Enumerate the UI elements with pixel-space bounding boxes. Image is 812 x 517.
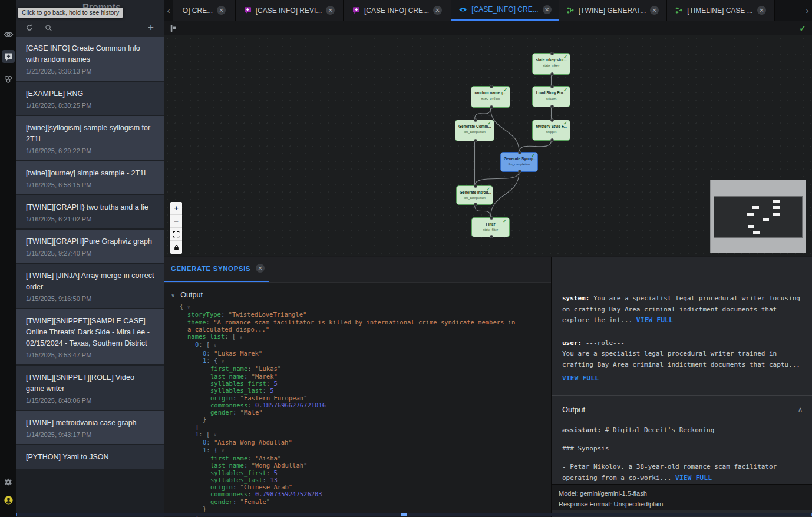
prompt-list-item[interactable]: [TWINE][SNIPPET][SAMPLE CASE] Online Thr…: [16, 309, 164, 364]
refresh-icon[interactable]: [25, 23, 34, 32]
zoom-out-button[interactable]: −: [170, 215, 182, 228]
prompt-list-item[interactable]: [EXAMPLE] RNG1/16/2025, 8:30:25 PM: [16, 82, 164, 115]
workflow-canvas[interactable]: state mkey stor...state_mkey✓random name…: [164, 35, 812, 256]
minimap-node: [752, 206, 759, 209]
node-generate_common[interactable]: Generate Comm...llm_completion✓: [455, 120, 494, 141]
tabs-scroll-left-icon[interactable]: ‹: [164, 0, 173, 21]
tab-label: O] CRE...: [183, 6, 213, 15]
json-token: commonness: [210, 491, 247, 498]
prompt-title: [CASE INFO] Create Common Info with rand…: [26, 43, 154, 65]
node-mystery_style[interactable]: Mystery Style F...snippet✓: [532, 120, 570, 141]
tab--timeline-case-[interactable]: [TIMELINE] CASE ...✕: [667, 0, 775, 21]
node-state_mkey[interactable]: state mkey stor...state_mkey✓: [532, 53, 570, 75]
tab--case-info-cre-[interactable]: [CASE_INFO] CRE...✕: [451, 0, 559, 21]
json-token: gender: [210, 409, 233, 416]
node-generate_synopsis[interactable]: Generate Synop...llm_completion✓: [500, 152, 538, 172]
node-subtitle: llm_completion: [455, 130, 494, 134]
add-prompt-button[interactable]: +: [146, 23, 156, 32]
json-token: syllables_last: [210, 476, 263, 483]
prompt-title: [EXAMPLE] RNG: [26, 88, 154, 100]
tab-close-icon[interactable]: ✕: [433, 6, 442, 15]
json-token: origin: [210, 395, 233, 402]
node-success-check-icon: ✓: [487, 121, 491, 126]
prompt-list-item[interactable]: [twine][journey] simple sample - 2T1L1/1…: [16, 161, 164, 194]
prompt-list-item[interactable]: [TWINE][GRAPH} two truths and a lie1/16/…: [16, 195, 164, 228]
json-token: :: [263, 387, 270, 394]
tab-close-icon[interactable]: ✕: [543, 5, 552, 14]
collapse-chevron-icon[interactable]: ∨: [187, 304, 190, 310]
prompt-list-item[interactable]: [twine][syllogism] sample syllogism for …: [16, 116, 164, 160]
prompt-list-item[interactable]: [TWINE] metroidvania case graph1/14/2025…: [16, 411, 164, 444]
prompt-timestamp: 1/15/2025, 8:53:47 PM: [26, 352, 154, 359]
collapse-chevron-icon[interactable]: ∨: [222, 448, 225, 453]
collapse-chevron-icon[interactable]: ∨: [214, 432, 217, 438]
close-icon[interactable]: ✕: [256, 264, 265, 273]
prompt-list-item[interactable]: [PYTHON] Yaml to JSON: [16, 445, 164, 469]
settings-gear-icon[interactable]: [2, 476, 15, 489]
prompt-list-item[interactable]: [TWINE] [JINJA] Array merge in correct o…: [16, 264, 164, 308]
json-token: 5: [273, 380, 277, 387]
search-icon[interactable]: [44, 23, 53, 32]
user-message: user: ---role---You are a specialist leg…: [562, 338, 803, 385]
fit-view-button[interactable]: [170, 228, 182, 241]
prompt-list-item[interactable]: [CASE INFO] Create Common Info with rand…: [16, 37, 164, 81]
view-full-link[interactable]: VIEW FULL: [636, 316, 673, 324]
tab-close-icon[interactable]: ✕: [650, 6, 659, 15]
prompt-timestamp: 1/16/2025, 6:21:02 PM: [26, 216, 154, 223]
zoom-in-button[interactable]: +: [170, 202, 182, 215]
prompt-list-item[interactable]: [TWINE][GRAPH]Pure Graphviz graph1/15/20…: [16, 230, 164, 263]
json-token: :: [266, 469, 274, 476]
view-full-link[interactable]: VIEW FULL: [675, 474, 712, 482]
json-line: 1: { ∨: [164, 357, 517, 365]
json-token: ]: [195, 423, 199, 430]
layout-icon[interactable]: [170, 24, 178, 32]
tab--case-info-revi-[interactable]: [CASE INFO] REVI...✕: [236, 0, 344, 21]
output-section-label: Output: [180, 291, 203, 299]
view-full-link[interactable]: VIEW FULL: [562, 373, 599, 385]
workflow-icon[interactable]: [2, 73, 15, 86]
collapse-chevron-icon[interactable]: ∨: [222, 359, 225, 364]
node-success-check-icon: ✓: [531, 153, 535, 158]
tab-o-cre-[interactable]: O] CRE...✕: [173, 0, 236, 21]
json-line: 0: "Lukas Marek": [164, 350, 517, 357]
tab-close-icon[interactable]: ✕: [217, 6, 226, 15]
chevron-down-icon: ∨: [171, 292, 175, 299]
tab--case-info-cre-[interactable]: [CASE INFO] CRE...✕: [344, 0, 451, 21]
node-random_name[interactable]: random name g...exec_python✓: [471, 86, 510, 108]
horizontal-scrollbar[interactable]: [16, 513, 812, 516]
minimap[interactable]: [710, 180, 806, 253]
eye-icon[interactable]: [2, 28, 15, 41]
prompt-timestamp: 1/21/2025, 3:36:13 PM: [26, 68, 154, 75]
json-token: :: [247, 402, 255, 409]
node-load_story[interactable]: Load Story For...snippet✓: [532, 86, 570, 107]
json-token: syllables_first: [210, 469, 266, 476]
scrollbar-handle[interactable]: [401, 513, 407, 516]
tabs-scroll-right-icon[interactable]: ›: [803, 0, 812, 21]
canvas-controls: + −: [170, 202, 182, 254]
collapse-chevron-icon[interactable]: ∨: [240, 334, 243, 340]
right-output-label: Output: [562, 405, 585, 414]
json-token: commonness: [210, 402, 247, 409]
user-avatar-icon[interactable]: [2, 493, 15, 506]
tab--twine-generat-[interactable]: [TWINE] GENERAT...✕: [559, 0, 667, 21]
output-section-header[interactable]: ∨ Output: [164, 283, 551, 303]
tab-close-icon[interactable]: ✕: [757, 6, 766, 15]
output-panel-tab[interactable]: GENERATE SYNOPSIS ✕: [171, 264, 265, 273]
json-token: :: [233, 395, 240, 402]
lock-button[interactable]: [170, 241, 182, 254]
prompt-list-item[interactable]: [TWINE][SNIPPET][ROLE] Video game writer…: [16, 366, 164, 410]
node-generate_intro[interactable]: Generate Introd...llm_completion✓: [456, 185, 493, 205]
prompt-timestamp: 1/15/2025, 9:27:40 PM: [26, 250, 154, 257]
json-token: :: [244, 462, 252, 469]
right-output-header[interactable]: Output ∧: [552, 396, 812, 414]
node-filter[interactable]: Filterstate_filter✓: [471, 217, 510, 237]
json-token: gender: [210, 498, 233, 505]
json-token: "Aisha": [255, 455, 281, 462]
node-success-check-icon: ✓: [563, 54, 567, 59]
tab-label: [TWINE] GENERAT...: [579, 6, 646, 15]
prompts-panel-icon[interactable]: [2, 50, 15, 63]
collapse-chevron-icon[interactable]: ∨: [214, 343, 217, 348]
json-line: theme: "A romance scam facilitator is ki…: [164, 319, 517, 333]
tab-label: [TIMELINE] CASE ...: [687, 6, 752, 15]
tab-close-icon[interactable]: ✕: [326, 6, 335, 15]
